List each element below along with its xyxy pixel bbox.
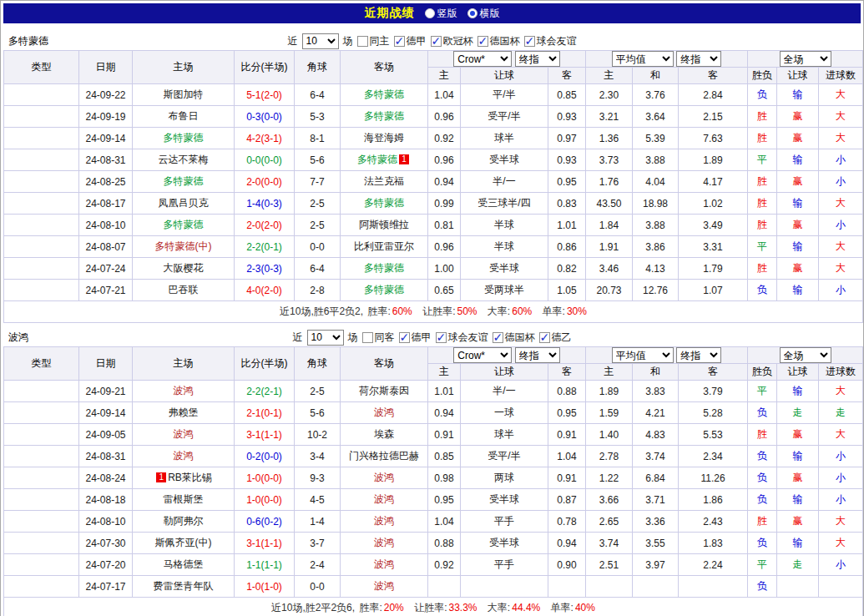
away-team-link[interactable]: 波鸿 — [341, 511, 428, 533]
home-team-link[interactable]: 波鸿 — [133, 424, 235, 446]
stat-value: 44.4% — [512, 602, 540, 613]
away-team-link[interactable]: 多特蒙德 — [341, 84, 428, 106]
home-team-link[interactable]: 波鸿 — [133, 446, 235, 467]
odds-company-select[interactable]: Crow* — [453, 51, 512, 67]
full-match-select[interactable]: 全场 — [780, 347, 831, 363]
result-handicap — [777, 576, 819, 598]
away-team-link[interactable]: 波鸿 — [341, 489, 428, 511]
average-odds-select[interactable]: 平均值 — [612, 347, 674, 363]
league-label: 德乙 — [552, 331, 572, 345]
away-team-link[interactable]: 多特蒙德1 — [341, 149, 428, 171]
asian-handicap: 球半 — [461, 128, 548, 149]
home-team-link[interactable]: 波鸿 — [133, 381, 235, 402]
home-team-link[interactable]: 多特蒙德 — [133, 215, 235, 236]
league-filter[interactable]: 欧冠杯 — [431, 34, 473, 48]
avg-draw-odds: 3.36 — [633, 511, 679, 533]
league-filter[interactable]: 德国杯 — [493, 331, 535, 345]
away-team-link[interactable]: 门兴格拉德巴赫 — [341, 446, 428, 467]
league-checkbox[interactable] — [524, 36, 535, 47]
league-filter[interactable]: 德甲 — [394, 34, 427, 48]
away-team-link[interactable]: 多特蒙德 — [341, 193, 428, 215]
avg-away-odds: 1.83 — [679, 533, 748, 554]
result-handicap: 输 — [777, 149, 819, 171]
away-team-link[interactable]: 多特蒙德 — [341, 106, 428, 128]
away-team-link[interactable]: 波鸿 — [341, 402, 428, 424]
score: 1-4(0-3) — [235, 193, 295, 215]
corner-count: 8-1 — [295, 128, 341, 149]
recent-count-select[interactable]: 10 — [307, 330, 344, 346]
result-handicap: 输 — [777, 533, 819, 554]
league-checkbox[interactable] — [477, 36, 488, 47]
final-index-select[interactable]: 终指 — [515, 347, 560, 363]
away-team-link[interactable]: 波鸿 — [341, 576, 428, 598]
home-team-link[interactable]: 大阪樱花 — [133, 258, 235, 280]
radio-icon[interactable] — [425, 8, 435, 18]
home-team-link[interactable]: 马格德堡 — [133, 554, 235, 576]
home-team-link[interactable]: 多特蒙德 — [133, 171, 235, 193]
away-team-link[interactable]: 荷尔斯泰因 — [341, 381, 428, 402]
away-team-link[interactable]: 法兰克福 — [341, 171, 428, 193]
away-team-link[interactable]: 波鸿 — [341, 467, 428, 489]
league-checkbox[interactable] — [436, 332, 447, 343]
home-team-link[interactable]: 凤凰吕贝克 — [133, 193, 235, 215]
away-team-link[interactable]: 波鸿 — [341, 554, 428, 576]
league-checkbox[interactable] — [399, 332, 410, 343]
league-filter[interactable]: 德乙 — [539, 331, 572, 345]
asian-handicap: 受三球半/四 — [461, 193, 548, 215]
away-team-link[interactable]: 比利亚雷亚尔 — [341, 236, 428, 258]
home-team-link[interactable]: 多特蒙德 — [133, 128, 235, 149]
recent-count-select[interactable]: 10 — [302, 33, 339, 49]
league-filter[interactable]: 球会友谊 — [524, 34, 577, 48]
final-index-select[interactable]: 终指 — [676, 51, 721, 67]
layout-radio-horizontal[interactable]: 横版 — [467, 7, 500, 21]
stat-value: 60% — [512, 305, 532, 317]
asian-handicap: 平手 — [461, 511, 548, 533]
home-team-link[interactable]: 费雷堡青年队 — [133, 576, 235, 598]
league-checkbox[interactable] — [394, 36, 405, 47]
home-team-link[interactable]: 多特蒙德(中) — [133, 236, 235, 258]
away-team-link[interactable]: 海登海姆 — [341, 128, 428, 149]
page-title: 近期战绩 — [365, 6, 415, 21]
away-team-link[interactable]: 埃森 — [341, 424, 428, 446]
asian-away-odds: 0.93 — [548, 106, 586, 128]
away-team-link[interactable]: 多特蒙德 — [341, 280, 428, 301]
score: 0-3(0-0) — [235, 106, 295, 128]
home-team-link[interactable]: 勒阿弗尔 — [133, 511, 235, 533]
radio-icon[interactable] — [467, 8, 477, 18]
home-team-link[interactable]: 雷根斯堡 — [133, 489, 235, 511]
full-match-select[interactable]: 全场 — [780, 51, 831, 67]
league-filter[interactable]: 德国杯 — [477, 34, 520, 48]
league-filter[interactable]: 德甲 — [399, 331, 432, 345]
home-team-link[interactable]: 云达不莱梅 — [133, 149, 235, 171]
final-index-select[interactable]: 终指 — [676, 347, 721, 363]
away-team-link[interactable]: 波鸿 — [341, 533, 428, 554]
average-odds-select[interactable]: 平均值 — [612, 51, 674, 67]
corner-count: 3-7 — [295, 533, 341, 554]
away-team-link[interactable]: 多特蒙德 — [341, 258, 428, 280]
same-venue-checkbox[interactable] — [362, 332, 373, 343]
home-team-link[interactable]: 弗赖堡 — [133, 402, 235, 424]
away-team-link[interactable]: 阿斯顿维拉 — [341, 215, 428, 236]
home-team-link[interactable]: 布鲁日 — [133, 106, 235, 128]
layout-radio-vertical[interactable]: 竖版 — [425, 7, 457, 21]
column-header-asian-away: 客 — [548, 364, 586, 381]
home-team-link[interactable]: 斯佩齐亚(中) — [133, 533, 235, 554]
same-venue-filter[interactable]: 同客 — [362, 331, 395, 345]
odds-company-select[interactable]: Crow* — [453, 347, 512, 363]
league-checkbox[interactable] — [431, 36, 442, 47]
result-winloss: 平 — [748, 554, 777, 576]
league-checkbox[interactable] — [539, 332, 550, 343]
home-team-link[interactable]: 1RB莱比锡 — [133, 467, 235, 489]
same-venue-checkbox[interactable] — [357, 36, 368, 47]
league-filter[interactable]: 球会友谊 — [436, 331, 488, 345]
result-winloss: 平 — [748, 236, 777, 258]
home-team-link[interactable]: 巴吞联 — [133, 280, 235, 301]
team-name-text: 波鸿 — [374, 493, 394, 505]
match-date: 24-09-22 — [79, 84, 133, 106]
home-team-link[interactable]: 斯图加特 — [133, 84, 235, 106]
result-winloss: 负 — [748, 489, 777, 511]
score: 3-1(1-1) — [235, 424, 295, 446]
league-checkbox[interactable] — [493, 332, 503, 343]
final-index-select[interactable]: 终指 — [515, 51, 560, 67]
same-venue-filter[interactable]: 同主 — [357, 34, 390, 48]
